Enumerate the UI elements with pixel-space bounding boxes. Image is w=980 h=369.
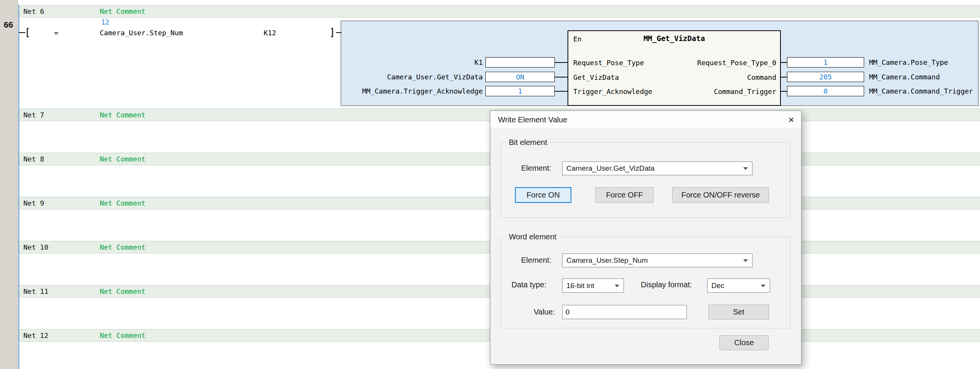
net-comment[interactable]: Net Comment <box>100 155 145 163</box>
data-type-label: Data type: <box>511 280 546 289</box>
close-icon[interactable]: × <box>781 111 801 128</box>
chevron-down-icon <box>743 167 748 170</box>
fb-input-operand[interactable]: Camera_User.Get_VizData <box>269 73 483 81</box>
fb-output-value-box[interactable]: 0 <box>787 86 864 96</box>
rung-number: 66 <box>0 20 17 30</box>
bit-element-group: Bit element Element: Camera_User.Get_Viz… <box>500 142 790 218</box>
net-header-6[interactable]: Net 6 Net Comment <box>18 5 980 18</box>
chevron-down-icon <box>761 285 766 287</box>
fb-pin-label: Request_Pose_Type <box>573 59 644 67</box>
display-format-label: Display format: <box>641 280 692 289</box>
contact-close-bracket[interactable]: ] <box>329 27 335 37</box>
chevron-down-icon <box>615 285 619 287</box>
word-element-label: Element: <box>521 256 551 265</box>
display-format-selected-value: Dec <box>711 282 724 290</box>
fb-title: MM_Get_VizData <box>568 34 780 43</box>
fb-pin-label: Command_Trigger <box>714 87 776 96</box>
fb-input-value-box[interactable]: ON <box>485 72 555 82</box>
fb-input-value-box[interactable] <box>485 57 555 68</box>
fb-input-operand[interactable]: K1 <box>269 58 483 66</box>
output-wire <box>781 62 787 63</box>
bit-element-selected-value: Camera_User.Get_VizData <box>566 164 655 173</box>
net-label: Net 6 <box>23 7 100 15</box>
word-element-group: Word element Element: Camera_User.Step_N… <box>500 237 790 328</box>
rung-wire <box>336 32 342 33</box>
force-on-button[interactable]: Force ON <box>515 187 571 203</box>
data-type-selected-value: 16-bit int <box>566 282 594 290</box>
output-wire <box>781 91 787 92</box>
chevron-down-icon <box>743 259 748 262</box>
fb-output-operand[interactable]: MM_Camera.Pose_Type <box>869 58 948 66</box>
input-wire <box>555 77 568 77</box>
fb-output-value-box[interactable]: 205 <box>787 72 864 82</box>
word-element-group-label: Word element <box>506 232 559 241</box>
dialog-title: Write Element Value <box>498 115 781 124</box>
fb-input-operand[interactable]: MM_Camera.Trigger_Acknowledge <box>269 87 483 95</box>
force-reverse-button[interactable]: Force ON/OFF reverse <box>672 187 769 203</box>
net-comment[interactable]: Net Comment <box>100 7 145 15</box>
word-element-selected-value: Camera_User.Step_Num <box>566 256 648 265</box>
fb-pin-label: Trigger_Acknowledge <box>573 87 652 96</box>
close-button[interactable]: Close <box>719 335 769 350</box>
contact-open-bracket[interactable]: [ <box>25 27 31 37</box>
net-comment[interactable]: Net Comment <box>100 111 145 119</box>
fb-input-value-box[interactable]: 1 <box>485 86 555 96</box>
fb-output-operand[interactable]: MM_Camera.Command_Trigger <box>869 87 973 95</box>
fb-pin-label: Request_Pose_Type_0 <box>697 59 776 67</box>
net-label: Net 8 <box>23 155 100 163</box>
bit-element-select[interactable]: Camera_User.Get_VizData <box>562 161 752 175</box>
compare-operator[interactable]: = <box>54 29 58 37</box>
net-comment[interactable]: Net Comment <box>100 331 145 339</box>
display-format-select[interactable]: Dec <box>707 278 770 293</box>
output-wire <box>781 77 787 77</box>
fb-pin-label: Command <box>747 73 776 81</box>
bit-element-group-label: Bit element <box>506 138 550 147</box>
contact-operand[interactable]: Camera_User.Step_Num <box>100 29 183 37</box>
net-comment[interactable]: Net Comment <box>100 287 145 295</box>
data-type-select[interactable]: 16-bit int <box>562 278 624 293</box>
word-element-select[interactable]: Camera_User.Step_Num <box>562 254 752 267</box>
write-element-value-dialog: Write Element Value × Bit element Elemen… <box>490 110 802 365</box>
set-button[interactable]: Set <box>708 305 769 320</box>
value-input[interactable] <box>562 305 687 319</box>
net-label: Net 12 <box>23 331 100 339</box>
net-comment[interactable]: Net Comment <box>100 243 145 251</box>
net-label: Net 11 <box>23 287 100 295</box>
value-label: Value: <box>534 308 555 316</box>
net-label: Net 10 <box>23 243 100 251</box>
contact-monitor-value: 12 <box>101 18 109 26</box>
fb-output-value-box[interactable]: 1 <box>787 57 864 68</box>
function-block-MM_Get_VizData[interactable]: En MM_Get_VizData Request_Pose_Type Get_… <box>568 30 781 106</box>
left-power-rail <box>18 5 19 369</box>
fb-output-operand[interactable]: MM_Camera.Command <box>869 73 940 81</box>
contact-compare-operand[interactable]: K12 <box>264 29 276 37</box>
dialog-titlebar[interactable]: Write Element Value × <box>490 111 801 128</box>
bit-element-label: Element: <box>521 164 551 173</box>
rung-number-gutter <box>0 0 18 369</box>
ladder-editor-screen: 66 Net 6 Net Comment Net 7 Net Comment N… <box>0 0 980 369</box>
force-off-button[interactable]: Force OFF <box>596 187 653 203</box>
input-wire <box>555 91 568 92</box>
net-label: Net 9 <box>23 199 100 207</box>
net-comment[interactable]: Net Comment <box>100 199 145 207</box>
fb-pin-label: Get_VizData <box>573 73 619 81</box>
input-wire <box>555 62 568 63</box>
net-label: Net 7 <box>23 111 100 119</box>
